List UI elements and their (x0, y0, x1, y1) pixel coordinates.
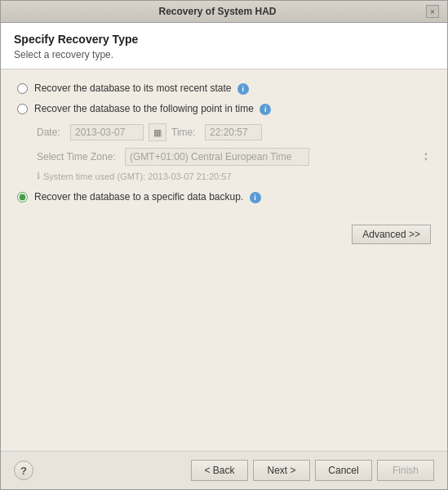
option2-radio[interactable] (17, 104, 28, 114)
date-label: Date: (37, 127, 65, 138)
option2-row[interactable]: Recover the database to the following po… (17, 103, 431, 115)
finish-button[interactable]: Finish (377, 460, 434, 481)
time-label: Time: (171, 127, 200, 138)
advanced-button[interactable]: Advanced >> (352, 225, 431, 244)
timezone-select[interactable]: (GMT+01:00) Central European Time (125, 148, 309, 166)
advanced-row: Advanced >> (17, 225, 431, 244)
header-section: Specify Recovery Type Select a recovery … (1, 23, 447, 69)
system-time-info: ℹ System time used (GMT): 2013-03-07 21:… (37, 171, 431, 181)
close-button[interactable]: × (426, 5, 439, 18)
timezone-label: Select Time Zone: (37, 151, 118, 163)
option2-info-icon[interactable]: i (259, 104, 271, 115)
help-icon: ? (20, 465, 27, 477)
option1-row[interactable]: Recover the database to its most recent … (17, 82, 431, 95)
cancel-button[interactable]: Cancel (315, 460, 372, 481)
calendar-button[interactable]: ▦ (149, 123, 166, 141)
dialog-window: Recovery of System HAD × Specify Recover… (0, 0, 448, 490)
timezone-row: Select Time Zone: (GMT+01:00) Central Eu… (37, 148, 431, 166)
option3-row[interactable]: Recover the database to a specific data … (17, 191, 431, 203)
page-subtitle: Select a recovery type. (14, 49, 434, 60)
option3-info-icon[interactable]: i (250, 192, 261, 203)
dialog-title: Recovery of System HAD (9, 6, 426, 17)
option1-info-icon[interactable]: i (237, 83, 249, 95)
footer: ? < Back Next > Cancel Finish (1, 451, 447, 489)
time-input[interactable] (205, 124, 262, 140)
page-title: Specify Recovery Type (14, 33, 434, 46)
option1-radio[interactable] (17, 83, 28, 94)
content-area: Recover the database to its most recent … (1, 69, 447, 451)
datetime-section: Date: ▦ Time: Select Time Zone: (GMT+01:… (17, 123, 431, 191)
date-input[interactable] (70, 124, 144, 140)
option3-radio[interactable] (17, 192, 28, 203)
option3-label[interactable]: Recover the database to a specific data … (34, 191, 261, 203)
option1-label[interactable]: Recover the database to its most recent … (34, 82, 249, 95)
info-icon-small: ℹ (37, 171, 40, 181)
footer-left: ? (14, 461, 33, 480)
footer-buttons: < Back Next > Cancel Finish (191, 460, 434, 481)
next-button[interactable]: Next > (253, 460, 310, 481)
option2-label[interactable]: Recover the database to the following po… (34, 103, 271, 115)
back-button[interactable]: < Back (191, 460, 248, 481)
calendar-icon: ▦ (153, 127, 162, 138)
system-time-text: System time used (GMT): 2013-03-07 21:20… (43, 172, 232, 181)
help-button[interactable]: ? (14, 461, 33, 480)
title-bar: Recovery of System HAD × (1, 1, 447, 23)
timezone-select-wrap: (GMT+01:00) Central European Time (125, 148, 431, 166)
datetime-row: Date: ▦ Time: (37, 123, 431, 141)
